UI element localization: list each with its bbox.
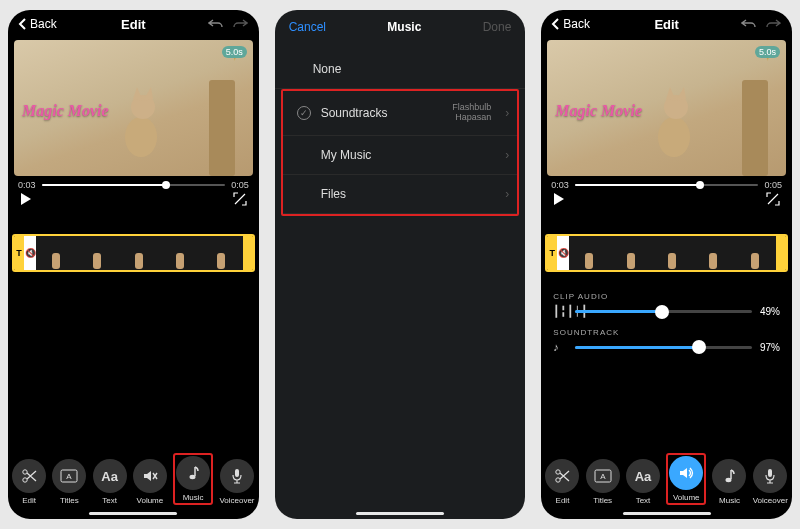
row-files[interactable]: Files ›	[283, 175, 518, 214]
nav-bar: Cancel Music Done	[275, 10, 526, 40]
tool-text[interactable]: AaText	[93, 459, 127, 505]
nav-title: Music	[387, 20, 421, 34]
titles-icon: A	[586, 459, 620, 493]
row-label: Files	[321, 187, 346, 201]
back-button[interactable]: Back	[18, 17, 57, 31]
play-button[interactable]	[553, 192, 565, 206]
fullscreen-button[interactable]	[233, 192, 247, 206]
tool-music[interactable]: Music	[712, 459, 746, 505]
redo-button[interactable]	[231, 15, 249, 33]
clip-audio-slider[interactable]	[575, 310, 752, 313]
tool-label: Titles	[593, 496, 612, 505]
tool-label: Voiceover	[219, 496, 254, 505]
svg-point-10	[556, 470, 560, 474]
preview-subject	[113, 79, 173, 159]
svg-point-6	[190, 475, 196, 479]
titles-icon: A	[52, 459, 86, 493]
tool-titles[interactable]: ATitles	[586, 459, 620, 505]
nav-bar: Back Edit	[541, 10, 792, 36]
trim-handle-right[interactable]	[243, 236, 253, 270]
note-icon	[176, 456, 210, 490]
note-icon	[712, 459, 746, 493]
toolbar: EditATitlesAaTextVolumeMusicVoiceover	[8, 447, 259, 519]
chevron-right-icon: ›	[505, 187, 509, 201]
row-soundtracks[interactable]: ✓ Soundtracks Flashbulb Hapasan ›	[283, 91, 518, 136]
home-indicator[interactable]	[89, 512, 177, 515]
chevron-left-icon	[551, 18, 561, 30]
play-icon	[20, 192, 32, 206]
note-icon: ♪	[553, 341, 567, 353]
tool-label: Volume	[673, 493, 700, 502]
undo-button[interactable]	[207, 15, 225, 33]
tool-volume[interactable]: Volume	[669, 456, 703, 502]
scrubber-track[interactable]	[575, 184, 759, 186]
preview-prop	[209, 80, 235, 176]
title-overlay: Magic Movie	[22, 102, 109, 120]
chevron-right-icon: ›	[505, 106, 509, 120]
clip-mute-icon: 🔇	[557, 236, 569, 270]
tool-edit[interactable]: Edit	[545, 459, 579, 505]
tool-music[interactable]: Music	[176, 456, 210, 502]
play-button[interactable]	[20, 192, 32, 206]
cancel-button[interactable]: Cancel	[289, 20, 326, 34]
svg-point-2	[23, 470, 27, 474]
waveform-icon: ┃╏┃╎┃	[553, 305, 567, 318]
home-indicator[interactable]	[623, 512, 711, 515]
tool-volume[interactable]: Volume	[133, 459, 167, 505]
row-label: My Music	[321, 148, 372, 162]
title-overlay: Magic Movie	[555, 102, 642, 120]
back-label: Back	[563, 17, 590, 31]
svg-point-8	[658, 117, 690, 157]
tool-edit[interactable]: Edit	[12, 459, 46, 505]
fullscreen-button[interactable]	[766, 192, 780, 206]
timeline[interactable]: 🔇	[12, 234, 255, 272]
volume-panel: CLIP AUDIO ┃╏┃╎┃ 49% SOUNDTRACK ♪ 97%	[541, 292, 792, 363]
trim-handle-left[interactable]	[547, 236, 557, 270]
scrubber[interactable]: 0:03 0:05	[541, 176, 792, 190]
timeline[interactable]: 🔇	[545, 234, 788, 272]
tool-titles[interactable]: ATitles	[52, 459, 86, 505]
scrubber[interactable]: 0:03 0:05	[8, 176, 259, 190]
screen-music-picker: Cancel Music Done None ✓ Soundtracks Fla…	[275, 10, 526, 519]
svg-point-11	[556, 478, 560, 482]
tool-label: Voiceover	[753, 496, 788, 505]
video-preview[interactable]: ✦ 5.0s Magic Movie	[547, 40, 786, 176]
expand-icon	[233, 192, 247, 206]
time-total: 0:05	[764, 180, 782, 190]
soundtrack-value: 97%	[760, 342, 780, 353]
svg-rect-7	[235, 469, 239, 477]
back-button[interactable]: Back	[551, 17, 590, 31]
row-label: Soundtracks	[321, 106, 388, 120]
trim-handle-left[interactable]	[14, 236, 24, 270]
tool-label: Music	[719, 496, 740, 505]
expand-icon	[766, 192, 780, 206]
duration-badge: 5.0s	[755, 46, 780, 58]
soundtrack-label: SOUNDTRACK	[553, 328, 780, 337]
tool-voiceover[interactable]: Voiceover	[219, 459, 254, 505]
done-button[interactable]: Done	[483, 20, 512, 34]
row-my-music[interactable]: My Music ›	[283, 136, 518, 175]
tool-voiceover[interactable]: Voiceover	[753, 459, 788, 505]
svg-point-0	[125, 117, 157, 157]
chevron-right-icon: ›	[505, 148, 509, 162]
home-indicator[interactable]	[356, 512, 444, 515]
tool-label: Music	[183, 493, 204, 502]
play-icon	[553, 192, 565, 206]
tool-label: Volume	[137, 496, 164, 505]
music-list: None ✓ Soundtracks Flashbulb Hapasan › M…	[275, 50, 526, 216]
video-preview[interactable]: ✦ 5.0s Magic Movie	[14, 40, 253, 176]
mic-icon	[753, 459, 787, 493]
scissors-icon	[12, 459, 46, 493]
screen-edit-volume: Back Edit ✦ 5.0s Magic Movie 0:03	[541, 10, 792, 519]
back-label: Back	[30, 17, 57, 31]
nav-title: Edit	[654, 17, 679, 32]
undo-button[interactable]	[740, 15, 758, 33]
scrubber-track[interactable]	[42, 184, 226, 186]
svg-point-14	[726, 478, 732, 482]
trim-handle-right[interactable]	[776, 236, 786, 270]
tool-text[interactable]: AaText	[626, 459, 660, 505]
soundtrack-slider[interactable]	[575, 346, 752, 349]
screen-edit-music: Back Edit ✦ 5.0s Magic Movie 0:03	[8, 10, 259, 519]
row-none[interactable]: None	[275, 50, 526, 89]
redo-button[interactable]	[764, 15, 782, 33]
